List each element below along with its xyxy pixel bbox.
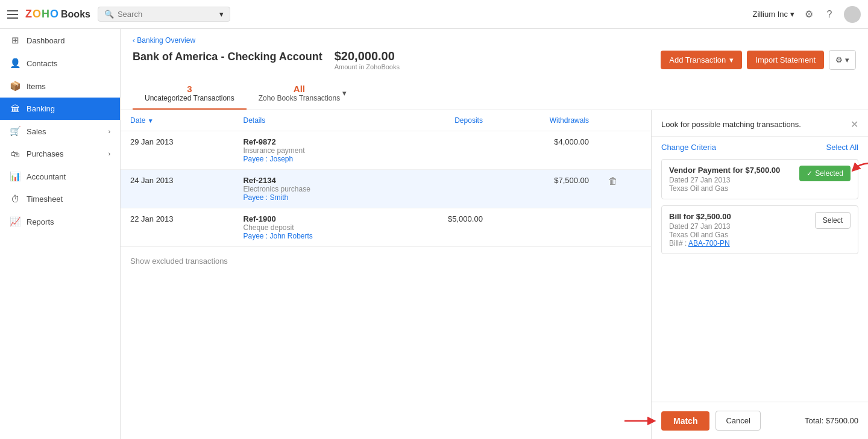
help-icon[interactable]: ? [823, 8, 835, 20]
col-details[interactable]: Details [233, 110, 394, 131]
show-excluded-link[interactable]: Show excluded transactions [121, 247, 651, 275]
close-panel-button[interactable]: ✕ [851, 119, 858, 130]
tx-withdrawals: $7,500.00 [492, 170, 599, 208]
cancel-button[interactable]: Cancel [715, 411, 760, 431]
avatar[interactable] [844, 6, 861, 23]
tx-ref: Ref-9872 [243, 137, 385, 146]
tab-uncategorized-label: Uncategorized Transactions [145, 94, 234, 102]
match-item-info-2: Bill for $2,500.00 Dated 27 Jan 2013 Tex… [669, 212, 815, 248]
zoho-wordmark: Z O H O [25, 8, 58, 20]
change-criteria-link[interactable]: Change Criteria [661, 143, 716, 152]
sales-arrow: › [108, 128, 110, 135]
sidebar-label-accountant: Accountant [27, 172, 66, 181]
match-item-date-1: Dated 27 Jan 2013 [669, 176, 799, 184]
match-button[interactable]: Match [661, 411, 709, 431]
col-withdrawals[interactable]: Withdrawals [492, 110, 599, 131]
tx-date: 29 Jan 2013 [130, 137, 174, 146]
sidebar-item-items[interactable]: 📦 Items [0, 75, 120, 98]
tab-all-count: All [259, 84, 340, 94]
selected-button-1[interactable]: ✓ Selected [799, 166, 851, 181]
sidebar-label-sales: Sales [27, 127, 46, 136]
add-transaction-button[interactable]: Add Transaction ▾ [661, 51, 742, 69]
timesheet-icon: ⏱ [10, 194, 20, 204]
col-date[interactable]: Date ▼ [121, 110, 233, 131]
table-row: 29 Jan 2013 Ref-9872 Insurance payment P… [121, 131, 651, 170]
selected-label-1: Selected [815, 169, 843, 178]
main-content: Banking Overview Bank of America - Check… [121, 29, 868, 439]
right-panel-title: Look for possible matching transactions. [661, 120, 801, 129]
page-settings-button[interactable]: ⚙ ▾ [829, 50, 856, 70]
import-statement-button[interactable]: Import Statement [747, 51, 824, 69]
purchases-arrow: › [108, 151, 110, 157]
tx-deposits: $5,000.00 [394, 208, 492, 247]
banking-icon: 🏛 [10, 104, 20, 114]
add-transaction-dropdown-icon: ▾ [729, 55, 734, 64]
breadcrumb[interactable]: Banking Overview [133, 36, 856, 45]
match-item-title-1: Vendor Payment for $7,500.00 [669, 166, 799, 175]
contacts-icon: 👤 [10, 58, 20, 69]
right-panel: Look for possible matching transactions.… [651, 110, 868, 439]
sidebar-label-timesheet: Timesheet [27, 195, 63, 204]
match-item-date-2: Dated 27 Jan 2013 [669, 222, 815, 231]
right-panel-footer: Match Cancel Total: $7500.00 [652, 402, 868, 439]
bill-ref-link[interactable]: ABA-700-PN [688, 239, 730, 248]
col-deposits-label: Deposits [454, 116, 483, 125]
sidebar-item-purchases[interactable]: 🛍 Purchases › [0, 143, 120, 165]
hamburger-menu[interactable] [7, 10, 18, 19]
main-layout: ⊞ Dashboard 👤 Contacts 📦 Items 🏛 Banking… [0, 29, 868, 439]
page-title: Bank of America - Checking Account [133, 51, 322, 63]
settings-icon[interactable]: ⚙ [803, 8, 815, 20]
sidebar: ⊞ Dashboard 👤 Contacts 📦 Items 🏛 Banking… [0, 29, 121, 439]
sidebar-item-sales[interactable]: 🛒 Sales › [0, 120, 120, 143]
sidebar-item-contacts[interactable]: 👤 Contacts [0, 52, 120, 75]
search-bar[interactable]: 🔍 ▾ [98, 7, 230, 22]
select-all-link[interactable]: Select All [826, 143, 858, 152]
sidebar-label-reports: Reports [27, 217, 54, 226]
table-row: 24 Jan 2013 Ref-2134 Electronics purchas… [121, 170, 651, 208]
content-area: Date ▼ Details Deposits Withdrawals [121, 110, 868, 439]
tab-all[interactable]: All Zoho Books Transactions ▾ [247, 78, 359, 110]
sidebar-label-items: Items [27, 82, 46, 91]
reports-icon: 📈 [10, 216, 20, 227]
sidebar-item-accountant[interactable]: 📊 Accountant [0, 165, 120, 188]
tab-all-dropdown: All Zoho Books Transactions ▾ [259, 84, 347, 102]
transactions-table: Date ▼ Details Deposits Withdrawals [121, 110, 651, 247]
sales-icon: 🛒 [10, 126, 20, 137]
search-dropdown-icon[interactable]: ▾ [219, 10, 224, 19]
transactions-panel: Date ▼ Details Deposits Withdrawals [121, 110, 651, 439]
tx-desc: Cheque deposit [243, 223, 385, 232]
tx-payee: Payee : Joseph [243, 155, 385, 163]
sidebar-item-banking[interactable]: 🏛 Banking [0, 98, 120, 120]
tx-date: 22 Jan 2013 [130, 214, 174, 223]
sidebar-item-dashboard[interactable]: ⊞ Dashboard [0, 29, 120, 52]
select-label-2: Select [823, 216, 843, 225]
col-deposits[interactable]: Deposits [394, 110, 492, 131]
tx-date: 24 Jan 2013 [130, 176, 174, 185]
sidebar-item-timesheet[interactable]: ⏱ Timesheet [0, 188, 120, 210]
tx-deposits [394, 131, 492, 170]
match-item-info-1: Vendor Payment for $7,500.00 Dated 27 Ja… [669, 166, 799, 193]
tab-all-dropdown-icon[interactable]: ▾ [342, 89, 347, 98]
checkmark-icon: ✓ [807, 169, 813, 178]
sidebar-item-reports[interactable]: 📈 Reports [0, 210, 120, 233]
col-actions [599, 110, 651, 131]
books-label: Books [61, 9, 90, 20]
search-input[interactable] [118, 10, 216, 19]
settings-gear-icon: ⚙ [835, 55, 843, 64]
company-selector[interactable]: Zillium Inc ▾ [752, 10, 794, 19]
search-icon: 🔍 [104, 10, 114, 19]
page-title-row: Bank of America - Checking Account $20,0… [133, 49, 856, 70]
match-item-company-1: Texas Oil and Gas [669, 184, 799, 193]
tab-uncategorized[interactable]: 3 Uncategorized Transactions [133, 78, 247, 110]
tx-payee: Payee : Smith [243, 193, 385, 202]
tx-desc: Electronics purchase [243, 185, 385, 193]
header-actions: Add Transaction ▾ Import Statement ⚙ ▾ [661, 50, 856, 70]
right-panel-header: Look for possible matching transactions.… [652, 110, 868, 137]
total-label: Total: $7500.00 [805, 416, 858, 425]
add-transaction-label: Add Transaction [669, 55, 726, 64]
match-item-title-2: Bill for $2,500.00 [669, 212, 815, 221]
delete-row-icon[interactable]: 🗑 [608, 176, 618, 186]
select-button-2[interactable]: Select [815, 212, 851, 229]
tx-desc: Insurance payment [243, 146, 385, 155]
tx-ref: Ref-1900 [243, 214, 385, 223]
